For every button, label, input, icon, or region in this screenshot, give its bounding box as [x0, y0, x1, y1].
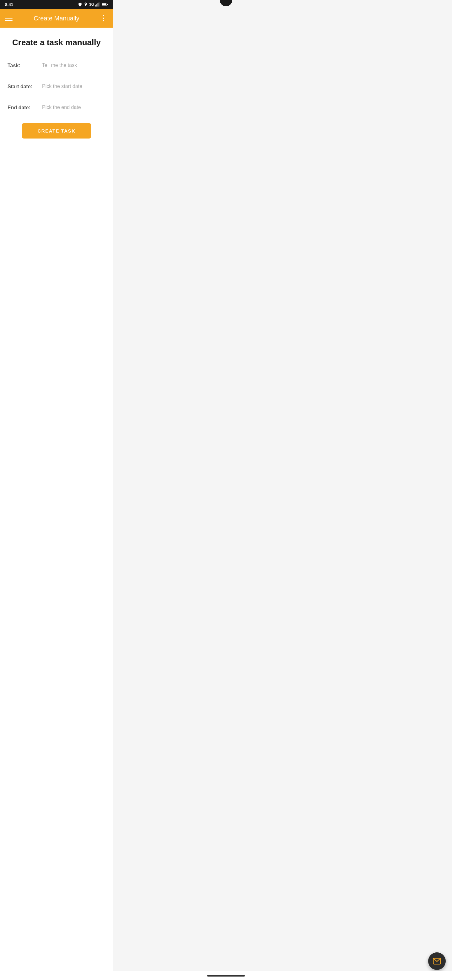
end-date-input[interactable] — [41, 102, 105, 113]
end-date-label: End date: — [8, 105, 36, 111]
task-label: Task: — [8, 63, 36, 68]
svg-rect-2 — [98, 3, 98, 6]
task-form-row: Task: — [8, 60, 105, 71]
svg-rect-6 — [102, 3, 106, 5]
task-input[interactable] — [41, 60, 105, 71]
menu-button[interactable] — [5, 14, 14, 22]
start-date-form-row: Start date: — [8, 81, 105, 92]
nav-bar — [0, 971, 113, 980]
shield-icon — [78, 2, 82, 6]
svg-rect-1 — [96, 4, 97, 6]
status-left: 8:41 — [5, 2, 13, 7]
app-bar: Create Manually — [0, 9, 113, 28]
app-bar-title: Create Manually — [14, 15, 99, 22]
svg-rect-3 — [98, 2, 100, 6]
status-bar: 8:41 3G — [0, 0, 113, 9]
signal-icon — [95, 2, 100, 6]
start-date-input[interactable] — [41, 81, 105, 92]
svg-rect-5 — [107, 4, 108, 5]
location-icon — [84, 2, 88, 6]
page-heading: Create a task manually — [8, 38, 105, 48]
main-content: Create a task manually Task: Start date:… — [0, 28, 113, 980]
status-right: 3G — [78, 2, 108, 6]
more-options-button[interactable] — [99, 14, 108, 22]
battery-icon — [102, 3, 108, 6]
start-date-label: Start date: — [8, 84, 36, 89]
status-time: 8:41 — [5, 2, 13, 7]
network-label: 3G — [89, 2, 94, 6]
end-date-form-row: End date: — [8, 102, 105, 113]
svg-rect-0 — [95, 5, 96, 6]
create-task-button[interactable]: CREATE TASK — [22, 123, 91, 138]
